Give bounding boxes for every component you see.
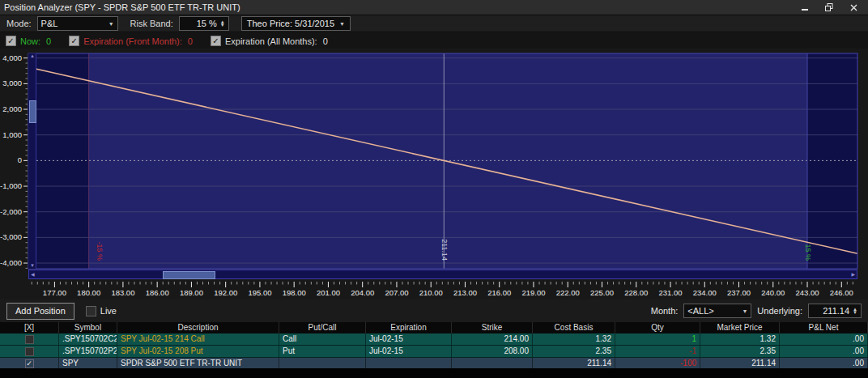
svg-text:213.00: 213.00 [453,288,477,297]
svg-text:225.00: 225.00 [590,288,614,297]
svg-text:3,000: 3,000 [2,79,22,87]
positions-table: [X]SymbolDescriptionPut/CallExpirationSt… [0,322,868,370]
legend-expiration-all: ✓ Expiration (All Months): 0 [211,36,328,46]
expiration-front-checkbox[interactable]: ✓ [69,36,79,46]
legend-bar: ✓ Now: 0 ✓ Expiration (Front Month): 0 ✓… [0,33,868,49]
table-row[interactable]: .SPY150702C214SPY Jul-02-15 214 CallCall… [0,333,868,346]
row-checkbox[interactable] [25,347,34,356]
row-checkbox[interactable]: ✓ [25,359,34,368]
now-value: 0 [46,36,51,46]
cell-symbol: SPY [59,358,117,369]
live-checkbox[interactable] [86,306,96,316]
chevron-down-icon: ▼ [104,21,114,27]
column-header-p-l-net[interactable]: P&L Net [780,322,868,333]
cell-market-price: 2.35 [700,346,780,357]
table-header-row: [X]SymbolDescriptionPut/CallExpirationSt… [0,322,868,333]
cell-qty: 1 [615,333,700,345]
svg-text:1,000: 1,000 [2,130,22,139]
legend-now: ✓ Now: 0 [6,36,51,46]
svg-text:4,000: 4,000 [2,53,22,62]
svg-text:234.00: 234.00 [693,288,717,297]
minimize-icon[interactable] [800,3,810,12]
svg-text:-1,000: -1,000 [0,181,22,190]
scroll-left-icon[interactable]: ◀ [31,270,35,278]
spinner-arrows-icon[interactable]: ▲▼ [220,20,225,27]
svg-text:-2,000: -2,000 [0,207,22,216]
cell-p-l-net: .00 [780,346,868,357]
table-body: .SPY150702C214SPY Jul-02-15 214 CallCall… [0,333,868,370]
expiration-all-label: Expiration (All Months): [225,36,317,46]
svg-text:-15 %: -15 % [96,241,104,261]
chevron-down-icon: ▼ [737,308,747,314]
svg-text:192.00: 192.00 [214,288,237,297]
pnl-chart: 4,0003,0002,0001,0000-1,000-2,000-3,000-… [0,49,868,299]
svg-text:0: 0 [18,155,22,164]
scroll-up-icon[interactable]: ▲ [28,53,36,58]
svg-text:15 %: 15 % [804,244,812,261]
svg-text:228.00: 228.00 [624,288,648,297]
mode-dropdown[interactable]: P&L ▼ [37,16,118,31]
scroll-right-icon[interactable]: ▶ [851,270,855,278]
mode-value: P&L [41,19,58,28]
svg-text:177.00: 177.00 [43,288,66,297]
cell-expiration [366,358,452,369]
cell-market-price: 1.32 [700,333,780,345]
svg-text:231.00: 231.00 [658,288,682,297]
table-row[interactable]: .SPY150702P208SPY Jul-02-15 208 PutPutJu… [0,346,868,358]
window-title: Position Analyzer (SPY - SPDR S&P 500 ET… [0,2,240,12]
svg-text:183.00: 183.00 [111,288,134,297]
expiration-front-value: 0 [188,36,193,46]
cell-description: SPDR S&P 500 ETF TR-TR UNIT [117,358,279,369]
cell-put-call: Put [279,346,366,357]
column-header-symbol[interactable]: Symbol [59,322,117,333]
position-analyzer-window: Position Analyzer (SPY - SPDR S&P 500 ET… [0,0,868,378]
cell-description: SPY Jul-02-15 214 Call [117,333,279,345]
month-label: Month: [651,306,679,316]
svg-text:243.00: 243.00 [795,288,819,297]
svg-text:198.00: 198.00 [283,288,306,297]
svg-text:186.00: 186.00 [146,288,169,297]
month-dropdown[interactable]: <ALL> ▼ [683,304,751,318]
svg-text:2,000: 2,000 [2,104,22,113]
cell-description: SPY Jul-02-15 208 Put [117,346,279,357]
spinner-arrows-icon[interactable]: ▲▼ [853,308,857,314]
row-checkbox[interactable] [25,335,34,344]
titlebar: Position Analyzer (SPY - SPDR S&P 500 ET… [0,0,868,15]
column-header-cost-basis[interactable]: Cost Basis [533,322,615,333]
add-position-button[interactable]: Add Position [6,303,74,320]
svg-text:180.00: 180.00 [77,288,100,297]
svg-text:211.14: 211.14 [440,239,449,261]
column-header-strike[interactable]: Strike [452,322,533,333]
svg-text:195.00: 195.00 [248,288,271,297]
vertical-scroll-thumb[interactable] [29,100,36,123]
underlying-label: Underlying: [757,306,802,316]
column-header-put-call[interactable]: Put/Call [279,322,366,333]
cell-strike: 214.00 [452,333,533,345]
underlying-stepper[interactable]: 211.14 ▲▼ [808,304,862,318]
column-header-qty[interactable]: Qty [615,322,700,333]
now-checkbox[interactable]: ✓ [6,36,16,46]
chart-vertical-scrollbar[interactable]: ▲ ▼ [28,53,36,269]
cell-strike [452,358,533,369]
close-icon[interactable] [849,3,858,12]
expiration-all-value: 0 [323,36,328,46]
svg-text:207.00: 207.00 [385,288,408,297]
underlying-value: 211.14 [823,306,849,316]
horizontal-scroll-thumb[interactable] [163,271,215,279]
risk-band-value: 15 % [197,19,217,28]
risk-band-stepper[interactable]: 15 % ▲▼ [179,16,229,31]
svg-text:-4,000: -4,000 [0,258,22,267]
scroll-down-icon[interactable]: ▼ [28,263,36,268]
toolbar: Mode: P&L ▼ Risk Band: 15 % ▲▼ Theo Pric… [0,15,868,32]
column-header-description[interactable]: Description [117,322,279,333]
column-header-expiration[interactable]: Expiration [366,322,452,333]
chevron-down-icon: ▼ [334,21,345,27]
expiration-all-checkbox[interactable]: ✓ [211,36,221,46]
theo-price-dropdown[interactable]: Theo Price: 5/31/2015 ▼ [241,16,351,31]
chart-horizontal-scrollbar[interactable]: ◀ ▶ [28,270,857,279]
restore-icon[interactable] [824,3,834,12]
cell-cost-basis: 1.32 [533,333,615,345]
column-header--x-[interactable]: [X] [0,322,59,333]
column-header-market-price[interactable]: Market Price [700,322,780,333]
risk-band-label: Risk Band: [130,19,173,28]
